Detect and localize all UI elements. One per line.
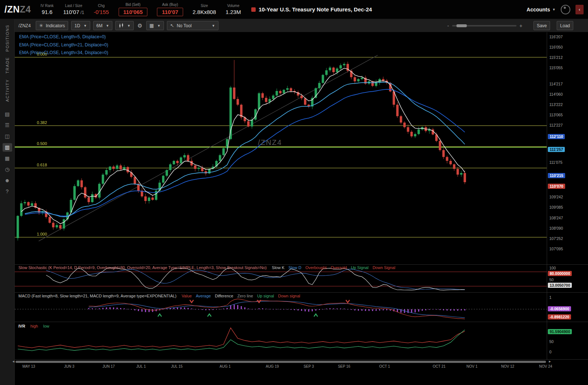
indicators-label: Indicators	[46, 23, 65, 28]
macd-panel	[15, 299, 547, 319]
watchlist-icon[interactable]: ☰	[3, 121, 12, 130]
zoom-slider[interactable]	[452, 25, 517, 27]
scroll-left-icon[interactable]: ◄	[12, 360, 15, 363]
legend-item: Down signal	[278, 294, 300, 298]
legend-item: Up signal	[257, 294, 274, 298]
history-icon[interactable]: ◷	[3, 165, 12, 174]
price-axis-label: 100	[549, 266, 556, 270]
price-axis-label: 114'060	[549, 92, 563, 96]
price-axis-label: 1	[549, 295, 552, 300]
legend-item: Overbought	[305, 265, 326, 270]
horizontal-scrollbar[interactable]	[15, 361, 546, 363]
time-axis-label: AUG 1	[220, 364, 231, 368]
chart-settings-button[interactable]: ⚙	[137, 22, 143, 29]
quote-field-value[interactable]: 110'065	[119, 8, 148, 16]
quote-field: Chg-0'155	[94, 4, 109, 15]
price-badge: 13.0050700	[548, 283, 572, 288]
help-icon[interactable]: ?	[3, 187, 12, 196]
price-badge: 111'257	[548, 147, 565, 152]
timeframe-value: 1D	[74, 23, 80, 28]
compare-dropdown[interactable]: ▦▼	[146, 21, 164, 30]
price-badge: 91.5904900	[548, 329, 572, 334]
zoom-control: - +	[447, 23, 522, 29]
symbol-root: /ZN	[4, 4, 20, 14]
sidebar-tab-activity[interactable]: ACTIVITY	[5, 79, 10, 102]
candlestick-icon	[119, 23, 124, 28]
stoch-panel	[15, 268, 547, 290]
symbol-watermark: /ZNZ4	[258, 138, 282, 147]
quote-field[interactable]: Ask (Buy)110'07	[157, 3, 183, 16]
collapse-panel-button[interactable]: ‹	[575, 5, 584, 14]
chevron-down-icon: ▼	[552, 8, 556, 11]
range-dropdown[interactable]: 6M▼	[93, 21, 113, 30]
time-axis-label: NOV 1	[466, 364, 477, 368]
save-button[interactable]: Save	[533, 21, 550, 30]
ema34-study-label[interactable]: EMA (Price=CLOSE, Length=34, Displace=0)	[19, 50, 108, 55]
chart-toolbar: /ZNZ4 ✳Indicators 1D▼ 6M▼ ▼ ⚙ ▦▼ ↖No Too…	[15, 19, 588, 32]
timeframe-dropdown[interactable]: 1D▼	[71, 21, 90, 30]
quote-field-value: 1.23M	[225, 9, 241, 15]
sidebar-tab-trade[interactable]: TRADE	[5, 57, 10, 74]
price-badge: -0.0656900	[548, 306, 571, 311]
sidebar-tab-positions[interactable]: POSITIONS	[5, 25, 10, 52]
svg-text:1.000: 1.000	[37, 232, 47, 236]
price-axis-label: 0	[549, 350, 552, 354]
indicators-button[interactable]: ✳Indicators	[36, 21, 68, 30]
macd-study-label[interactable]: MACD (Fast length=8, Slow length=21, MAC…	[18, 294, 176, 298]
panel-divider[interactable]	[15, 292, 588, 293]
grid-icon[interactable]: ▦	[3, 154, 12, 163]
ema5-study-label[interactable]: EMA (Price=CLOSE, Length=5, Displace=0)	[19, 34, 106, 39]
zoom-slider-handle[interactable]	[456, 24, 467, 27]
price-axis-label: 116'207	[549, 35, 563, 39]
load-button[interactable]: Load	[557, 21, 573, 30]
stoch-study-label[interactable]: Slow Stochastic (K Period=14, D Period=9…	[18, 265, 267, 270]
price-axis-label: 108'090	[549, 226, 563, 230]
panel-divider[interactable]	[15, 264, 588, 265]
legend-item: Difference	[215, 294, 233, 298]
quote-field-value[interactable]: 110'07	[157, 8, 183, 16]
ivr-panel	[18, 328, 465, 351]
zoom-out-button[interactable]: -	[447, 23, 449, 29]
macd-down-signal	[190, 300, 193, 303]
macd-up-signal	[314, 314, 318, 317]
symbol-suffix: Z4	[20, 4, 31, 14]
macd-down-signal	[257, 300, 261, 303]
quote-field: IV Rank91.6	[41, 4, 54, 15]
time-axis-label: MAY 13	[22, 364, 35, 368]
chart-region: 0.0000.3820.5000.6181.000 EMA (Price=CLO…	[15, 32, 588, 385]
ema21-study-label[interactable]: EMA (Price=CLOSE, Length=21, Displace=0)	[19, 42, 108, 47]
svg-text:0.618: 0.618	[37, 163, 47, 167]
macd-up-signal	[207, 314, 211, 317]
legend-item: Oversold	[330, 265, 347, 270]
ivr-study-label[interactable]: IVR	[18, 324, 25, 328]
price-axis-label: 50	[549, 339, 554, 344]
monitor-icon[interactable]: ▤	[3, 110, 12, 119]
scroll-right-icon[interactable]: ►	[548, 360, 552, 363]
chevron-down-icon: ▼	[106, 24, 109, 28]
price-badge: 110'215	[548, 173, 565, 178]
instrument-title: 10-Year U.S. Treasury Note Futures, Dec-…	[259, 6, 372, 13]
price-axis-label: 109'085	[549, 205, 563, 209]
symbol: /ZNZ4	[4, 4, 31, 15]
price-axis-label: 116'050	[549, 45, 563, 49]
chart-style-dropdown[interactable]: ▼	[115, 21, 134, 30]
panel-divider[interactable]	[15, 322, 588, 322]
community-icon[interactable]: ☻	[3, 176, 12, 185]
charts-icon[interactable]: ▥	[3, 143, 12, 152]
time-axis-label: JUN 3	[64, 364, 74, 368]
quote-field-label: Volume	[227, 4, 239, 8]
quote-field[interactable]: Bid (Sell)110'065	[119, 3, 148, 16]
quote-field-value: 110'07 /1	[63, 9, 84, 15]
toolbar-right: Save Load	[533, 21, 573, 30]
reports-icon[interactable]: ◫	[3, 132, 12, 141]
time-axis-label: SEP 16	[338, 364, 350, 368]
zoom-in-button[interactable]: +	[519, 23, 522, 29]
quote-field: Volume1.23M	[225, 4, 241, 15]
drawing-tool-dropdown[interactable]: ↖No Tool▼	[167, 21, 218, 30]
user-avatar[interactable]	[561, 5, 570, 14]
time-axis-label: AUG 19	[266, 364, 279, 368]
price-axis-label: 113'065	[549, 113, 563, 117]
price-badge: 110'070	[548, 184, 565, 189]
accounts-menu[interactable]: Accounts▼	[526, 7, 556, 13]
chart-canvas[interactable]: 0.0000.3820.5000.6181.000	[15, 32, 547, 360]
